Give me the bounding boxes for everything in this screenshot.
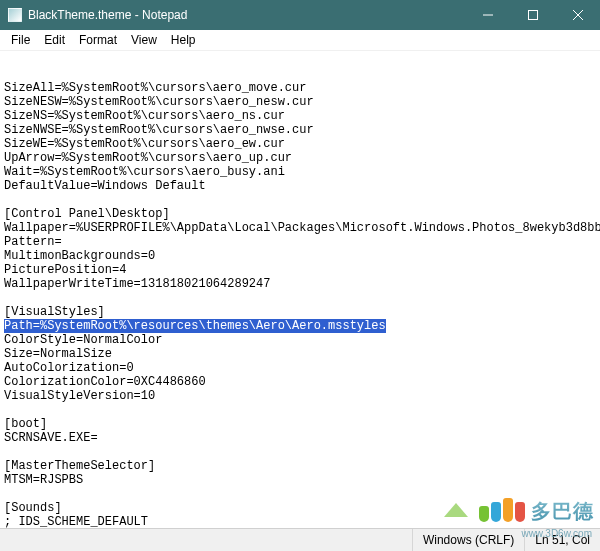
text-line[interactable]: SizeNESW=%SystemRoot%\cursors\aero_nesw.…	[4, 95, 596, 109]
text-line[interactable]: [Control Panel\Desktop]	[4, 207, 596, 221]
text-line[interactable]: AutoColorization=0	[4, 361, 596, 375]
text-line[interactable]: MultimonBackgrounds=0	[4, 249, 596, 263]
text-line[interactable]: [Sounds]	[4, 501, 596, 515]
text-line[interactable]: [boot]	[4, 417, 596, 431]
text-line[interactable]: MTSM=RJSPBS	[4, 473, 596, 487]
menu-help[interactable]: Help	[164, 32, 203, 48]
text-line[interactable]: DefaultValue=Windows Default	[4, 179, 596, 193]
title-bar[interactable]: BlackTheme.theme - Notepad	[0, 0, 600, 30]
menu-format[interactable]: Format	[72, 32, 124, 48]
text-line[interactable]: ColorizationColor=0XC4486860	[4, 375, 596, 389]
text-line[interactable]: Pattern=	[4, 235, 596, 249]
text-line[interactable]: Path=%SystemRoot%\resources\themes\Aero\…	[4, 319, 596, 333]
notepad-app-icon	[8, 8, 22, 22]
close-icon	[573, 10, 583, 20]
status-spacer	[0, 529, 413, 551]
status-line-ending: Windows (CRLF)	[413, 529, 525, 551]
maximize-button[interactable]	[510, 0, 555, 30]
notepad-window: BlackTheme.theme - Notepad File Edit For…	[0, 0, 600, 551]
text-line[interactable]: Wallpaper=%USERPROFILE%\AppData\Local\Pa…	[4, 221, 596, 235]
text-line[interactable]: UpArrow=%SystemRoot%\cursors\aero_up.cur	[4, 151, 596, 165]
text-line[interactable]	[4, 445, 596, 459]
minimize-icon	[483, 10, 493, 20]
text-line[interactable]: [MasterThemeSelector]	[4, 459, 596, 473]
text-line[interactable]: [VisualStyles]	[4, 305, 596, 319]
minimize-button[interactable]	[465, 0, 510, 30]
close-button[interactable]	[555, 0, 600, 30]
window-title: BlackTheme.theme - Notepad	[28, 8, 187, 22]
text-line[interactable]: Size=NormalSize	[4, 347, 596, 361]
text-line[interactable]	[4, 193, 596, 207]
text-line[interactable]	[4, 487, 596, 501]
status-bar: Windows (CRLF) Ln 51, Col	[0, 528, 600, 551]
text-line[interactable]: SizeNWSE=%SystemRoot%\cursors\aero_nwse.…	[4, 123, 596, 137]
text-line[interactable]: SizeNS=%SystemRoot%\cursors\aero_ns.cur	[4, 109, 596, 123]
menu-file[interactable]: File	[4, 32, 37, 48]
svg-rect-1	[528, 11, 537, 20]
selected-text[interactable]: Path=%SystemRoot%\resources\themes\Aero\…	[4, 319, 386, 333]
status-caret-position: Ln 51, Col	[525, 529, 600, 551]
text-line[interactable]	[4, 403, 596, 417]
maximize-icon	[528, 10, 538, 20]
text-line[interactable]: WallpaperWriteTime=131818021064289247	[4, 277, 596, 291]
text-line[interactable]: ColorStyle=NormalColor	[4, 333, 596, 347]
text-line[interactable]: Wait=%SystemRoot%\cursors\aero_busy.ani	[4, 165, 596, 179]
text-line[interactable]: VisualStyleVersion=10	[4, 389, 596, 403]
window-controls	[465, 0, 600, 30]
text-editor-area[interactable]: SizeAll=%SystemRoot%\cursors\aero_move.c…	[0, 51, 600, 528]
text-content[interactable]: SizeAll=%SystemRoot%\cursors\aero_move.c…	[0, 79, 600, 528]
text-line[interactable]: ; IDS_SCHEME_DEFAULT	[4, 515, 596, 528]
text-line[interactable]	[4, 291, 596, 305]
menu-view[interactable]: View	[124, 32, 164, 48]
text-line[interactable]: SizeWE=%SystemRoot%\cursors\aero_ew.cur	[4, 137, 596, 151]
text-line[interactable]: PicturePosition=4	[4, 263, 596, 277]
menu-bar: File Edit Format View Help	[0, 30, 600, 51]
text-line[interactable]: SCRNSAVE.EXE=	[4, 431, 596, 445]
menu-edit[interactable]: Edit	[37, 32, 72, 48]
text-line[interactable]: SizeAll=%SystemRoot%\cursors\aero_move.c…	[4, 81, 596, 95]
